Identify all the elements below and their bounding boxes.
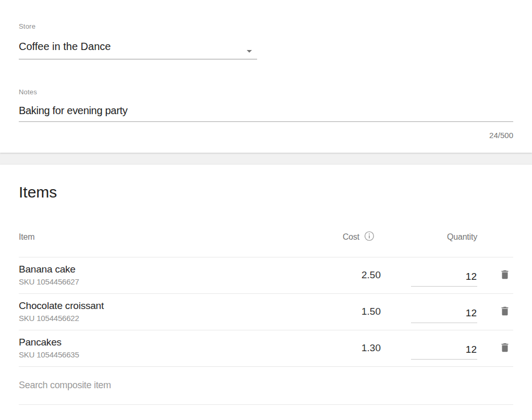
search-composite-item-input[interactable]: [19, 380, 513, 405]
item-cost: 1.30: [318, 342, 381, 354]
trash-icon: [499, 305, 511, 319]
item-sku: SKU 1054456622: [19, 314, 318, 323]
quantity-cell: [381, 264, 477, 287]
notes-input[interactable]: Baking for evening party: [19, 105, 513, 122]
column-header-cost: Cost: [318, 231, 381, 243]
item-sku: SKU 1054456635: [19, 351, 318, 360]
store-select[interactable]: Coffee in the Dance: [19, 41, 257, 59]
item-cell: Pancakes SKU 1054456635: [19, 337, 318, 359]
item-cell: Chocolate croissant SKU 1054456622: [19, 300, 318, 323]
item-name: Chocolate croissant: [19, 300, 318, 312]
action-cell: [477, 341, 513, 355]
trash-icon: [499, 268, 511, 282]
quantity-input[interactable]: [411, 271, 477, 287]
action-cell: [477, 268, 513, 282]
quantity-cell: [381, 337, 477, 360]
column-header-quantity: Quantity: [381, 232, 477, 242]
store-field-label: Store: [19, 23, 513, 30]
quantity-input[interactable]: [411, 307, 477, 323]
chevron-down-icon: [247, 45, 252, 48]
item-name: Banana cake: [19, 264, 318, 276]
item-cell: Banana cake SKU 1054456627: [19, 264, 318, 286]
notes-field-label: Notes: [19, 89, 513, 95]
items-card: Items Item Cost Quantity Banana cake SKU…: [0, 165, 532, 420]
info-icon[interactable]: [364, 231, 374, 243]
table-row: Chocolate croissant SKU 1054456622 1.50: [19, 294, 513, 330]
action-cell: [477, 305, 513, 318]
delete-item-button[interactable]: [498, 268, 512, 282]
quantity-cell: [381, 300, 477, 323]
trash-icon: [499, 341, 511, 355]
store-select-value: Coffee in the Dance: [19, 41, 111, 52]
table-row: Pancakes SKU 1054456635 1.30: [19, 330, 513, 367]
search-row: [19, 367, 513, 405]
delete-item-button[interactable]: [498, 341, 512, 355]
item-sku: SKU 1054456627: [19, 278, 318, 287]
column-header-cost-label: Cost: [343, 232, 359, 242]
delete-item-button[interactable]: [498, 305, 512, 318]
card-gap: [0, 153, 532, 165]
items-section-title: Items: [19, 183, 513, 201]
item-name: Pancakes: [19, 337, 318, 349]
notes-char-counter: 24/500: [19, 131, 513, 140]
items-table-header: Item Cost Quantity: [19, 213, 513, 257]
column-header-item: Item: [19, 232, 318, 242]
table-row: Banana cake SKU 1054456627 2.50: [19, 257, 513, 294]
order-details-card: Store Coffee in the Dance Notes Baking f…: [0, 0, 532, 153]
item-cost: 2.50: [318, 269, 381, 281]
item-cost: 1.50: [318, 306, 381, 317]
notes-field-block: Notes Baking for evening party 24/500: [19, 89, 513, 140]
quantity-input[interactable]: [411, 344, 477, 360]
